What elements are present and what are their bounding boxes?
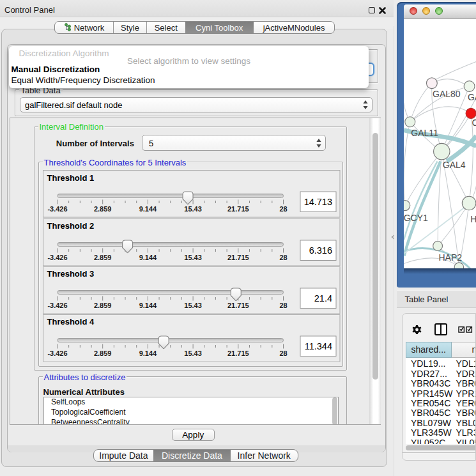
svg-text:9.144: 9.144 bbox=[139, 301, 157, 309]
svg-text:GAL4: GAL4 bbox=[442, 160, 465, 170]
svg-text:11.344: 11.344 bbox=[305, 341, 332, 351]
svg-text:21.715: 21.715 bbox=[227, 301, 249, 309]
svg-text:28: 28 bbox=[279, 349, 287, 357]
svg-text:HAP2: HAP2 bbox=[438, 252, 462, 262]
svg-text:GAL11: GAL11 bbox=[411, 128, 438, 138]
svg-text:-3.426: -3.426 bbox=[47, 253, 67, 261]
svg-text:-3.426: -3.426 bbox=[47, 349, 67, 357]
svg-text:6.316: 6.316 bbox=[309, 245, 332, 256]
svg-text:28: 28 bbox=[279, 205, 287, 213]
svg-text:9.144: 9.144 bbox=[139, 349, 157, 357]
svg-text:15.43: 15.43 bbox=[184, 349, 202, 357]
svg-text:28: 28 bbox=[279, 301, 287, 309]
svg-text:2.859: 2.859 bbox=[94, 205, 112, 213]
svg-text:21.4: 21.4 bbox=[314, 293, 332, 303]
svg-text:21.715: 21.715 bbox=[227, 205, 249, 213]
svg-text:2.859: 2.859 bbox=[94, 349, 112, 357]
svg-text:9.144: 9.144 bbox=[139, 253, 157, 261]
svg-text:21.715: 21.715 bbox=[227, 253, 249, 261]
svg-text:28: 28 bbox=[279, 253, 287, 261]
svg-text:15.43: 15.43 bbox=[184, 205, 202, 213]
svg-text:GAL80: GAL80 bbox=[433, 89, 461, 99]
svg-text:-3.426: -3.426 bbox=[47, 205, 67, 213]
svg-text:CA: CA bbox=[472, 117, 476, 127]
svg-text:H: H bbox=[470, 214, 476, 224]
svg-text:15.43: 15.43 bbox=[184, 301, 202, 309]
svg-text:9.144: 9.144 bbox=[139, 205, 157, 213]
svg-text:14.713: 14.713 bbox=[304, 197, 332, 207]
svg-text:GCY1: GCY1 bbox=[404, 213, 428, 223]
svg-text:2.859: 2.859 bbox=[94, 301, 112, 309]
svg-text:-3.426: -3.426 bbox=[47, 301, 67, 309]
svg-text:2.859: 2.859 bbox=[94, 253, 112, 261]
svg-text:GA: GA bbox=[467, 92, 476, 102]
svg-text:21.715: 21.715 bbox=[227, 349, 249, 357]
svg-text:15.43: 15.43 bbox=[184, 253, 202, 261]
